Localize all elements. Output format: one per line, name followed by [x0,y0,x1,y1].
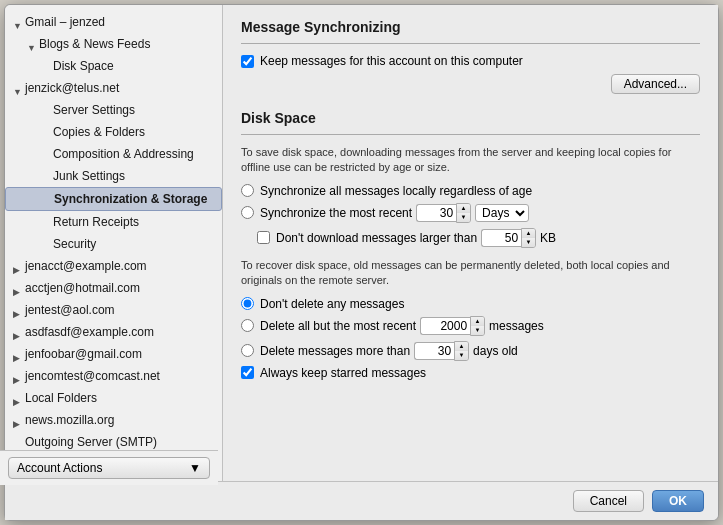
advanced-button[interactable]: Advanced... [611,74,700,94]
disk-space-title: Disk Space [241,110,700,126]
sidebar-label-security: Security [53,235,96,253]
delete-all-but-label: Delete all but the most recent [260,319,416,333]
triangle-jenfoobar [13,349,23,359]
sidebar-item-composition[interactable]: Composition & Addressing [5,143,222,165]
account-actions-button[interactable]: Account Actions ▼ [8,457,210,479]
sidebar-label-news-mozilla: news.mozilla.org [25,411,114,429]
dont-download-up[interactable]: ▲ [522,229,535,238]
sync-recent-input[interactable]: 30 [416,204,456,222]
account-actions-label: Account Actions [17,461,102,475]
sidebar-label-copies-folders: Copies & Folders [53,123,145,141]
delete-more-than-up[interactable]: ▲ [455,342,468,351]
disk-space-section: Disk Space To save disk space, downloadi… [241,110,700,380]
main-content: Message Synchronizing Keep messages for … [223,5,718,481]
delete-more-than-down[interactable]: ▼ [455,351,468,360]
sidebar-label-outgoing-smtp: Outgoing Server (SMTP) [25,433,157,451]
sidebar-label-acctjen: acctjen@hotmail.com [25,279,140,297]
dont-delete-row: Don't delete any messages [241,297,700,311]
sync-all-label: Synchronize all messages locally regardl… [260,184,532,198]
triangle-acctjen [13,283,23,293]
sync-days-select[interactable]: Days [475,204,529,222]
sidebar-item-sync-storage[interactable]: Synchronization & Storage [5,187,222,211]
triangle-gmail [13,17,23,27]
sidebar-label-server-settings: Server Settings [53,101,135,119]
triangle-asdfasdf [13,327,23,337]
sidebar-label-gmail: Gmail – jenzed [25,13,105,31]
dont-download-input[interactable]: 50 [481,229,521,247]
sync-recent-spinner: ▲ ▼ [456,203,471,223]
sidebar-item-jencomtest[interactable]: jencomtest@comcast.net [5,365,222,387]
ok-button[interactable]: OK [652,490,704,512]
sidebar-item-junk-settings[interactable]: Junk Settings [5,165,222,187]
advanced-btn-row: Advanced... [241,74,700,94]
sidebar-item-news-mozilla[interactable]: news.mozilla.org [5,409,222,431]
triangle-jentest [13,305,23,315]
delete-all-but-radio[interactable] [241,319,254,332]
always-keep-starred-checkbox[interactable] [241,366,254,379]
message-sync-section: Message Synchronizing Keep messages for … [241,19,700,94]
dont-download-input-wrap: 50 ▲ ▼ [481,228,536,248]
delete-all-but-input[interactable]: 2000 [420,317,470,335]
sidebar-item-gmail[interactable]: Gmail – jenzed [5,11,222,33]
dont-download-label: Don't download messages larger than [276,231,477,245]
delete-more-than-spinner: ▲ ▼ [454,341,469,361]
sidebar: Gmail – jenzedBlogs & News FeedsDisk Spa… [5,5,223,481]
always-keep-starred-row: Always keep starred messages [241,366,700,380]
sidebar-label-disk-space: Disk Space [53,57,114,75]
triangle-local-folders [13,393,23,403]
sidebar-label-sync-storage: Synchronization & Storage [54,190,207,208]
sidebar-item-server-settings[interactable]: Server Settings [5,99,222,121]
sync-recent-label: Synchronize the most recent [260,206,412,220]
sidebar-item-local-folders[interactable]: Local Folders [5,387,222,409]
disk-space-info1: To save disk space, downloading messages… [241,145,700,176]
sync-recent-radio[interactable] [241,206,254,219]
sidebar-label-composition: Composition & Addressing [53,145,194,163]
sync-recent-down[interactable]: ▼ [457,213,470,222]
sidebar-label-jenacct: jenacct@example.com [25,257,147,275]
cancel-button[interactable]: Cancel [573,490,644,512]
dont-download-down[interactable]: ▼ [522,238,535,247]
dont-download-checkbox[interactable] [257,231,270,244]
sidebar-item-jenfoobar[interactable]: jenfoobar@gmail.com [5,343,222,365]
delete-all-but-up[interactable]: ▲ [471,317,484,326]
message-sync-title: Message Synchronizing [241,19,700,35]
dont-download-unit: KB [540,231,556,245]
triangle-jenzick [13,83,23,93]
dont-delete-label: Don't delete any messages [260,297,404,311]
sidebar-label-jenzick: jenzick@telus.net [25,79,119,97]
delete-more-than-row: Delete messages more than 30 ▲ ▼ days ol… [241,341,700,361]
sidebar-item-jenacct[interactable]: jenacct@example.com [5,255,222,277]
triangle-blogs-news [27,39,37,49]
sidebar-label-asdfasdf: asdfasdf@example.com [25,323,154,341]
sync-recent-row: Synchronize the most recent 30 ▲ ▼ Days [241,203,700,223]
sidebar-item-blogs-news[interactable]: Blogs & News Feeds [5,33,222,55]
keep-messages-checkbox[interactable] [241,55,254,68]
triangle-jenacct [13,261,23,271]
sidebar-label-blogs-news: Blogs & News Feeds [39,35,150,53]
delete-more-than-label: Delete messages more than [260,344,410,358]
sidebar-item-copies-folders[interactable]: Copies & Folders [5,121,222,143]
sidebar-label-jencomtest: jencomtest@comcast.net [25,367,160,385]
sidebar-label-junk-settings: Junk Settings [53,167,125,185]
dialog-footer: Cancel OK [5,481,718,520]
disk-space-info2: To recover disk space, old messages can … [241,258,700,289]
triangle-jencomtest [13,371,23,381]
sidebar-item-asdfasdf[interactable]: asdfasdf@example.com [5,321,222,343]
sidebar-item-acctjen[interactable]: acctjen@hotmail.com [5,277,222,299]
delete-more-than-input[interactable]: 30 [414,342,454,360]
delete-all-but-spinner: ▲ ▼ [470,316,485,336]
sidebar-item-security[interactable]: Security [5,233,222,255]
sync-all-radio[interactable] [241,184,254,197]
sidebar-item-jenzick[interactable]: jenzick@telus.net [5,77,222,99]
dont-download-row: Don't download messages larger than 50 ▲… [257,228,700,248]
sidebar-item-jentest[interactable]: jentest@aol.com [5,299,222,321]
always-keep-starred-label: Always keep starred messages [260,366,426,380]
sidebar-item-disk-space[interactable]: Disk Space [5,55,222,77]
delete-all-but-down[interactable]: ▼ [471,326,484,335]
sidebar-label-return-receipts: Return Receipts [53,213,139,231]
delete-more-than-radio[interactable] [241,344,254,357]
sync-recent-up[interactable]: ▲ [457,204,470,213]
dont-delete-radio[interactable] [241,297,254,310]
sidebar-label-jenfoobar: jenfoobar@gmail.com [25,345,142,363]
sidebar-item-return-receipts[interactable]: Return Receipts [5,211,222,233]
